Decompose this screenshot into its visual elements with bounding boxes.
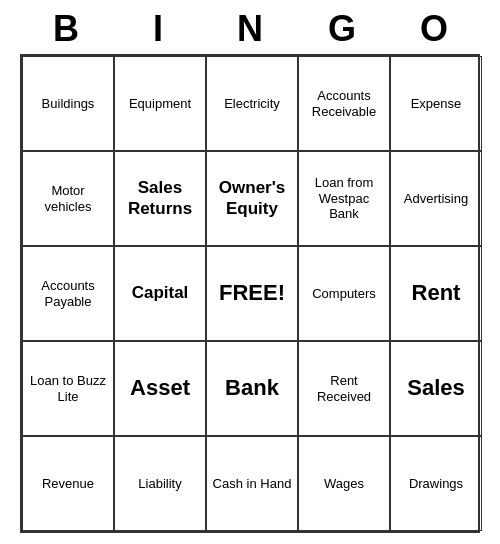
bingo-letter: O	[392, 8, 476, 50]
bingo-cell: FREE!	[206, 246, 298, 341]
bingo-cell: Loan from Westpac Bank	[298, 151, 390, 246]
bingo-letter: I	[116, 8, 200, 50]
bingo-cell: Drawings	[390, 436, 482, 531]
bingo-cell: Cash in Hand	[206, 436, 298, 531]
bingo-cell: Expense	[390, 56, 482, 151]
bingo-header: BINGO	[20, 0, 480, 54]
bingo-letter: N	[208, 8, 292, 50]
bingo-cell: Accounts Payable	[22, 246, 114, 341]
bingo-cell: Sales Returns	[114, 151, 206, 246]
bingo-cell: Capital	[114, 246, 206, 341]
bingo-cell: Equipment	[114, 56, 206, 151]
bingo-cell: Loan to Buzz Lite	[22, 341, 114, 436]
bingo-cell: Buildings	[22, 56, 114, 151]
bingo-grid: BuildingsEquipmentElectricityAccounts Re…	[20, 54, 480, 533]
bingo-cell: Revenue	[22, 436, 114, 531]
bingo-cell: Rent Received	[298, 341, 390, 436]
bingo-cell: Electricity	[206, 56, 298, 151]
bingo-letter: G	[300, 8, 384, 50]
bingo-cell: Owner's Equity	[206, 151, 298, 246]
bingo-cell: Rent	[390, 246, 482, 341]
bingo-cell: Liability	[114, 436, 206, 531]
bingo-cell: Bank	[206, 341, 298, 436]
bingo-cell: Motor vehicles	[22, 151, 114, 246]
bingo-cell: Computers	[298, 246, 390, 341]
bingo-cell: Advertising	[390, 151, 482, 246]
bingo-letter: B	[24, 8, 108, 50]
bingo-cell: Sales	[390, 341, 482, 436]
bingo-cell: Wages	[298, 436, 390, 531]
bingo-cell: Asset	[114, 341, 206, 436]
bingo-cell: Accounts Receivable	[298, 56, 390, 151]
